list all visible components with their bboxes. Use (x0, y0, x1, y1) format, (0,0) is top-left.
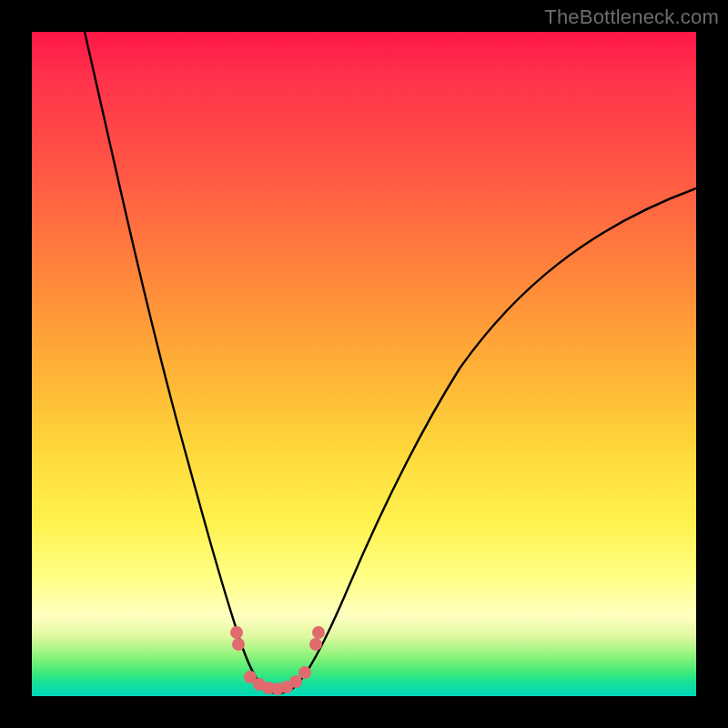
curve-path (85, 32, 696, 693)
svg-point-10 (312, 626, 325, 639)
bottleneck-curve (32, 32, 696, 696)
chart-plot-area (32, 32, 696, 696)
svg-point-7 (289, 675, 302, 688)
svg-point-1 (232, 638, 245, 651)
svg-point-8 (298, 666, 311, 679)
watermark-text: TheBottleneck.com (544, 5, 719, 29)
svg-point-9 (309, 638, 322, 651)
chart-frame: TheBottleneck.com (0, 0, 728, 728)
svg-point-0 (230, 626, 243, 639)
highlight-dots-group (230, 626, 325, 695)
